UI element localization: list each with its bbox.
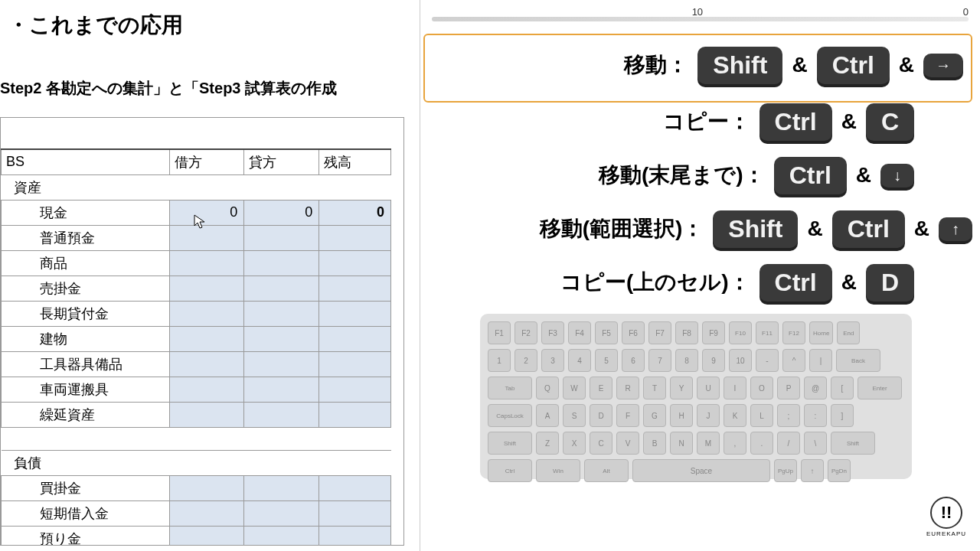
kb-key: 3 — [541, 349, 564, 372]
kb-key: PgUp — [774, 459, 797, 482]
spreadsheet-box: BS 借方 貸方 残高 資産 現金 0 0 0 普通預金 商品 売掛金 長期貸付… — [0, 117, 404, 546]
kb-key: 6 — [622, 349, 645, 372]
table-row[interactable]: 建物 — [2, 326, 391, 351]
table-row[interactable]: 商品 — [2, 250, 391, 276]
kb-key: Z — [536, 432, 559, 455]
kb-key: . — [750, 432, 773, 455]
kb-key: 8 — [675, 349, 698, 372]
kb-key: Alt — [584, 459, 629, 482]
kb-key: : — [804, 404, 827, 427]
kb-key: F12 — [782, 321, 805, 344]
kb-key: F — [616, 404, 639, 427]
kb-key: 7 — [648, 349, 671, 372]
arrow-down-key: ↓ — [880, 164, 914, 187]
kb-key: V — [616, 432, 639, 455]
c-key: C — [866, 103, 914, 141]
table-row[interactable]: 普通預金 — [2, 225, 391, 250]
kb-key: Enter — [858, 377, 902, 399]
kb-key: 5 — [595, 349, 618, 372]
shortcut-list: コピー： Ctrl & C 移動(末尾まで)： Ctrl & ↓ 移動(範囲選択… — [428, 98, 972, 312]
kb-key: | — [809, 349, 832, 372]
kb-key: PgDn — [828, 459, 851, 482]
bs-label: BS — [2, 149, 170, 174]
page-subtitle: Step2 各勘定への集計」と「Step3 試算表の作成 — [0, 47, 420, 106]
table-row[interactable]: 工具器具備品 — [2, 351, 391, 377]
section-liabilities: 負債 — [2, 450, 391, 475]
kb-key: T — [643, 377, 666, 399]
kb-key: F8 — [675, 321, 698, 344]
ctrl-key: Ctrl — [817, 47, 890, 84]
kb-key: F3 — [541, 321, 564, 344]
kb-key: 1 — [488, 349, 511, 372]
kb-key: L — [750, 404, 773, 427]
kb-key: O — [750, 377, 773, 399]
ctrl-key: Ctrl — [774, 157, 847, 194]
kb-key: ↑ — [801, 459, 824, 482]
kb-key: R — [616, 377, 639, 399]
kb-key: Tab — [488, 377, 532, 399]
kb-key: F9 — [702, 321, 725, 344]
kb-key: X — [563, 432, 586, 455]
shortcut-highlight-box: 移動： Shift & Ctrl & → — [423, 34, 972, 103]
kb-key: N — [670, 432, 693, 455]
kb-key: 10 — [729, 349, 752, 372]
kb-key: I — [724, 377, 746, 399]
kb-key: [ — [831, 377, 854, 399]
brand-logo: !! EUREKAPU — [926, 497, 966, 537]
kb-key: J — [697, 404, 720, 427]
kb-key: 9 — [702, 349, 725, 372]
kb-key: W — [563, 377, 586, 399]
kb-key: K — [724, 404, 746, 427]
table-row[interactable]: 短期借入金 — [2, 500, 391, 526]
table-row[interactable]: 長期貸付金 — [2, 301, 391, 326]
kb-key: CapsLock — [488, 404, 532, 427]
table-row[interactable]: 買掛金 — [2, 475, 391, 500]
shortcut-row-move-end: 移動(末尾まで)： Ctrl & ↓ — [428, 152, 972, 199]
keyboard-graphic: F1F2F3F4F5F6F7F8F9F10F11F12HomeEnd123456… — [480, 314, 912, 479]
kb-key: F2 — [514, 321, 537, 344]
shortcut-row-move-select: 移動(範囲選択)： Shift & Ctrl & ↑ — [428, 205, 972, 253]
table-row[interactable]: 現金 0 0 0 — [2, 200, 391, 225]
ruler-labels: 10 0 — [432, 6, 969, 17]
ctrl-key: Ctrl — [832, 210, 905, 248]
shift-key: Shift — [697, 47, 782, 84]
kb-key: / — [777, 432, 800, 455]
kb-key: Q — [536, 377, 559, 399]
table-row[interactable]: 売掛金 — [2, 276, 391, 301]
kb-key: F6 — [622, 321, 645, 344]
kb-key: - — [756, 349, 779, 372]
table-row[interactable]: 預り金 — [2, 526, 391, 546]
kb-key: F7 — [648, 321, 671, 344]
kb-key: Space — [632, 459, 770, 482]
col-balance: 残高 — [319, 149, 391, 174]
kb-key: M — [697, 432, 720, 455]
kb-key: F11 — [756, 321, 779, 344]
col-debit: 借方 — [169, 149, 244, 174]
kb-key: F5 — [595, 321, 618, 344]
bs-table: BS 借方 貸方 残高 資産 現金 0 0 0 普通預金 商品 売掛金 長期貸付… — [1, 148, 391, 546]
arrow-up-key: ↑ — [939, 217, 972, 241]
kb-key: ] — [831, 404, 854, 427]
ruler-bar — [432, 17, 969, 21]
kb-key: S — [563, 404, 586, 427]
kb-key: U — [697, 377, 720, 399]
shortcut-row-copy-above: コピー(上のセル)： Ctrl & D — [428, 259, 972, 306]
kb-key: Y — [670, 377, 693, 399]
bs-header-row: BS 借方 貸方 残高 — [2, 149, 391, 174]
kb-key: E — [590, 377, 612, 399]
kb-key: \ — [804, 432, 827, 455]
right-pane: 10 0 移動： Shift & Ctrl & → コピー： Ctrl & C … — [420, 0, 980, 551]
kb-key: B — [643, 432, 666, 455]
arrow-right-key: → — [923, 54, 963, 77]
logo-circle-icon: !! — [930, 497, 962, 529]
left-pane: ・これまでの応用 Step2 各勘定への集計」と「Step3 試算表の作成 BS… — [0, 0, 420, 551]
kb-key: Back — [836, 349, 880, 372]
kb-key: A — [536, 404, 559, 427]
kb-key: Win — [536, 459, 580, 482]
shortcut-row-copy: コピー： Ctrl & C — [428, 98, 972, 145]
table-row[interactable]: 車両運搬具 — [2, 377, 391, 402]
col-credit: 貸方 — [244, 149, 319, 174]
table-row[interactable]: 繰延資産 — [2, 402, 391, 427]
ctrl-key: Ctrl — [760, 103, 832, 141]
gap-row — [2, 427, 391, 450]
